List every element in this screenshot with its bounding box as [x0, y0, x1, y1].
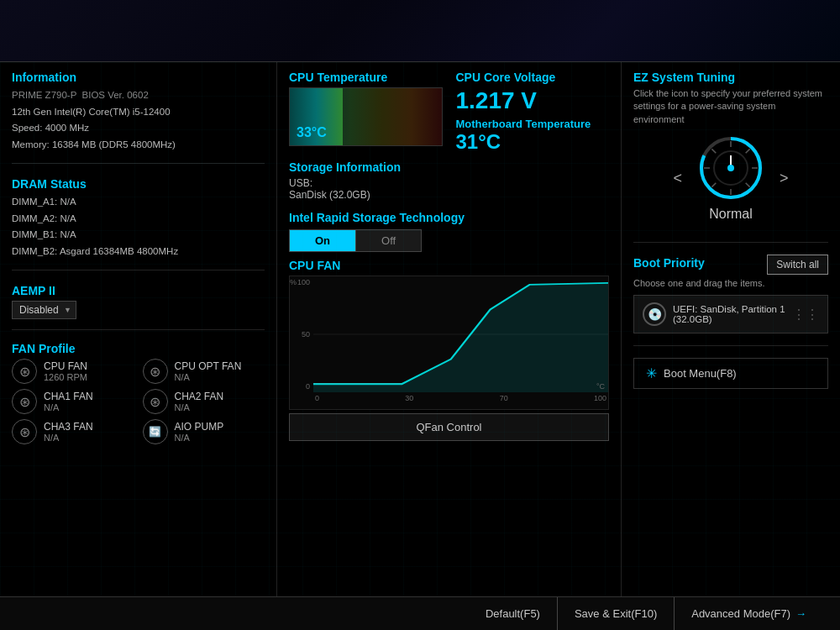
- chart-x-axis: 0 30 70 100: [313, 392, 608, 409]
- chart-y-axis: 100 50 0: [290, 276, 313, 392]
- header: ASUS UEFI BIOS Utility – EZ Mode 10/10/2…: [0, 0, 840, 62]
- cpu-temp-bar-label: 33°C: [297, 125, 327, 140]
- advanced-mode-button[interactable]: Advanced Mode(F7) →: [675, 597, 823, 630]
- default-button[interactable]: Default(F5): [469, 597, 558, 630]
- chart-x-unit: °C: [596, 382, 605, 391]
- main-content: Information PRIME Z790-P BIOS Ver. 0602 …: [0, 62, 840, 596]
- fan-curve-svg: [313, 276, 608, 392]
- advanced-arrow-icon: →: [795, 607, 806, 620]
- cpu-fan-chart: % 100 50 0: [289, 276, 609, 410]
- aemp-select-wrap[interactable]: Disabled Profile 1 Profile 2: [12, 301, 76, 319]
- svg-marker-2: [313, 283, 608, 392]
- bg-overlay: [0, 0, 840, 61]
- save-exit-button[interactable]: Save & Exit(F10): [558, 597, 675, 630]
- footer: Default(F5) Save & Exit(F10) Advanced Mo…: [0, 596, 840, 630]
- chart-svg-area: [313, 276, 608, 392]
- aemp-select[interactable]: Disabled Profile 1 Profile 2: [12, 301, 76, 319]
